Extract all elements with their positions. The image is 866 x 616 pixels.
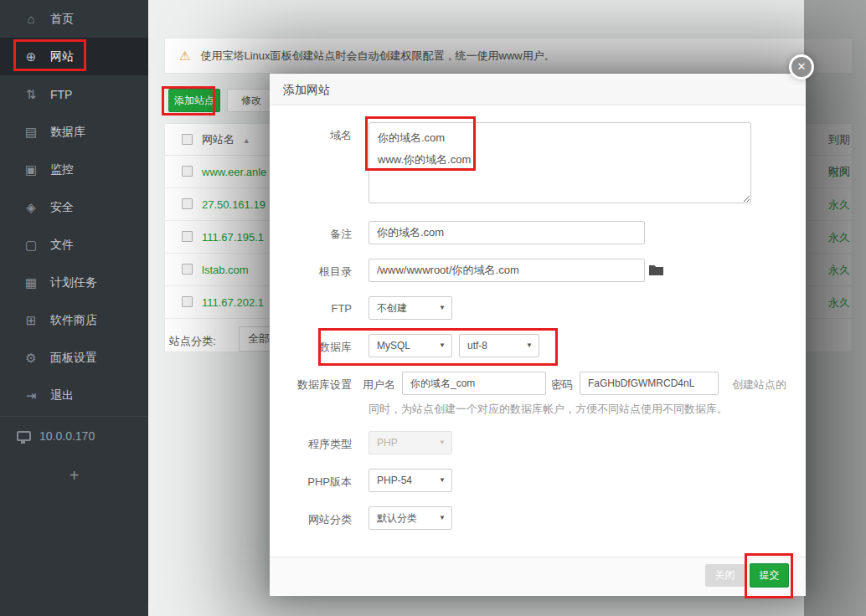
root-dir-label: 根目录 [270,264,352,280]
sidebar-item-logout[interactable]: ⇥ 退出 [0,377,148,414]
modal-body: 域名 你的域名.com www.你的域名.com 备注 根目录 FTP 不创建 … [270,74,806,596]
sidebar-item-label: 数据库 [50,125,85,140]
chevron-down-icon: ▼ [439,432,446,454]
sidebar-item-appstore[interactable]: ⊞ 软件商店 [0,301,148,339]
sort-asc-icon: ▲ [243,136,250,145]
chevron-down-icon: ▼ [439,335,446,357]
row-checkbox[interactable] [182,264,193,275]
sidebar-item-cron[interactable]: ▦ 计划任务 [0,264,148,301]
sidebar-item-label: 安全 [50,200,74,215]
app-type-label: 程序类型 [270,437,352,452]
php-version-select[interactable]: PHP-54 ▼ [369,469,452,492]
domain-label: 域名 [270,128,352,143]
sidebar-item-files[interactable]: ▢ 文件 [0,226,148,264]
php-version-label: PHP版本 [270,475,352,490]
db-password-input[interactable] [580,372,719,395]
home-icon: ⌂ [23,12,39,26]
database-type-select[interactable]: MySQL ▼ [369,334,452,357]
sidebar-item-database[interactable]: ▤ 数据库 [0,113,148,151]
server-ip: 10.0.0.170 [39,429,95,443]
site-category-label: 网站分类 [270,512,352,527]
row-checkbox[interactable] [182,198,193,209]
logout-icon: ⇥ [23,388,39,403]
gear-icon: ⚙ [23,351,39,366]
site-link[interactable]: 111.67.195.1 [202,221,264,254]
site-category-select[interactable]: 默认分类 ▼ [369,506,452,530]
expire-value: 永久 [828,156,850,188]
sidebar-item-label: 面板设置 [50,351,97,366]
site-link[interactable]: 27.50.161.19 [202,188,265,221]
chevron-down-icon: ▼ [439,297,446,319]
warning-text: 使用宝塔Linux面板创建站点时会自动创建权限配置，统一使用www用户。 [200,49,554,64]
sidebar-item-label: FTP [50,88,72,101]
sidebar-item-label: 软件商店 [50,313,97,328]
close-icon[interactable]: ✕ [789,54,814,80]
sidebar: ⌂ 首页 ⊕ 网站 ⇅ FTP ▤ 数据库 ▣ 监控 ◈ 安全 ▢ 文件 ▦ 计 [0,0,148,616]
folder-icon: ▢ [23,238,39,253]
sidebar-item-monitor[interactable]: ▣ 监控 [0,151,148,188]
chevron-down-icon: ▼ [526,335,533,357]
ftp-select[interactable]: 不创建 ▼ [369,296,452,320]
row-checkbox[interactable] [182,166,193,177]
sidebar-item-home[interactable]: ⌂ 首页 [0,0,148,38]
ftp-icon: ⇅ [23,87,39,102]
remark-input[interactable] [369,221,645,244]
browse-folder-icon[interactable] [648,264,664,280]
charset-select[interactable]: utf-8 ▼ [459,334,539,357]
add-site-button[interactable]: 添加站点 [168,89,220,112]
close-button[interactable]: 关闭 [705,564,745,587]
sidebar-item-label: 网站 [50,49,74,64]
sidebar-item-settings[interactable]: ⚙ 面板设置 [0,339,148,377]
globe-icon: ⊕ [23,49,39,64]
sidebar-item-ftp[interactable]: ⇅ FTP [0,75,148,113]
modify-button[interactable]: 修改 [227,89,276,112]
row-checkbox[interactable] [182,231,193,242]
app-type-select: PHP ▼ [369,431,452,454]
sidebar-item-website[interactable]: ⊕ 网站 [0,38,148,75]
column-header-name[interactable]: 网站名 ▲ [202,124,250,157]
add-server-button[interactable]: + [0,454,148,496]
calendar-icon: ▦ [23,275,39,290]
submit-button[interactable]: 提交 [750,563,789,588]
bt-panel-page: ⌂ 首页 ⊕ 网站 ⇅ FTP ▤ 数据库 ▣ 监控 ◈ 安全 ▢ 文件 ▦ 计 [0,0,866,616]
expire-value: 永久 [828,286,850,319]
database-label: 数据库 [270,340,352,355]
row-checkbox[interactable] [182,296,193,307]
database-icon: ▤ [23,125,39,140]
db-note-right: 创建站点的 [732,377,786,393]
monitor-icon: ▣ [23,162,39,177]
chevron-down-icon: ▼ [439,507,446,529]
db-username-label: 用户名 [363,377,395,393]
sidebar-item-label: 退出 [50,388,74,403]
site-link[interactable]: lstab.com [202,254,249,286]
ftp-label: FTP [270,302,352,315]
db-settings-label: 数据库设置 [270,377,352,393]
add-website-modal: 添加网站 域名 你的域名.com www.你的域名.com 备注 根目录 FTP… [270,74,806,596]
server-icon [17,431,31,441]
db-note-below: 同时，为站点创建一个对应的数据库帐户，方便不同站点使用不同数据库。 [369,402,762,417]
sidebar-item-label: 监控 [50,162,74,177]
filter-label: 站点分类: [169,334,216,349]
sidebar-item-label: 文件 [50,238,74,253]
shield-icon: ◈ [23,200,39,215]
site-link[interactable]: 111.67.202.1 [202,286,264,319]
sidebar-item-label: 首页 [50,12,74,27]
chevron-down-icon: ▼ [439,470,446,491]
domain-textarea[interactable]: 你的域名.com www.你的域名.com [369,122,751,203]
grid-icon: ⊞ [23,313,39,328]
plus-icon: + [70,466,80,485]
db-username-input[interactable] [402,372,546,395]
remark-label: 备注 [270,227,352,242]
expire-value: 永久 [828,254,850,286]
site-link[interactable]: www.eer.anle [202,156,266,188]
expire-value: 永久 [828,221,850,254]
select-all-checkbox[interactable] [182,134,193,145]
sidebar-item-security[interactable]: ◈ 安全 [0,188,148,226]
root-dir-input[interactable] [369,259,645,282]
server-ip-row[interactable]: 10.0.0.170 [0,416,148,454]
sidebar-item-label: 计划任务 [50,275,97,290]
warning-banner: ⚠ 使用宝塔Linux面板创建站点时会自动创建权限配置，统一使用www用户。 [164,38,853,74]
warning-icon: ⚠ [179,49,190,64]
expire-value: 永久 [828,188,850,221]
db-password-label: 密码 [551,377,573,393]
